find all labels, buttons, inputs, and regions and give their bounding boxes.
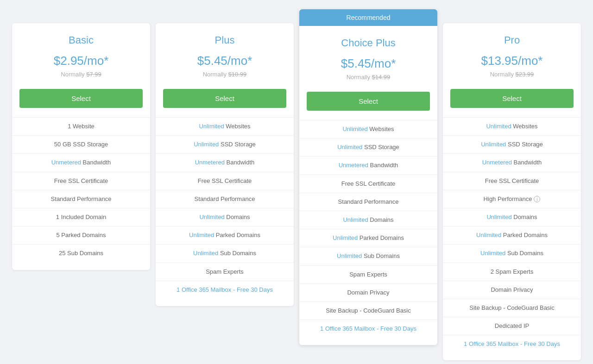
- feature-item: Unlimited Sub Domains: [299, 247, 437, 265]
- plan-header-basic: Basic$2.95/mo*Normally $7.99: [12, 23, 150, 89]
- feature-item: Unlimited SSD Storage: [299, 138, 437, 156]
- feature-item: Unlimited Websites: [299, 120, 437, 138]
- feature-item: Domain Privacy: [299, 283, 437, 301]
- plan-price-plus: $5.45/mo*: [163, 54, 286, 68]
- feature-item: Unlimited Domains: [443, 208, 581, 226]
- feature-item: 1 Office 365 Mailbox - Free 30 Days: [443, 335, 581, 353]
- pricing-section: Basic$2.95/mo*Normally $7.99Select1 Webs…: [9, 9, 584, 360]
- feature-item: Dedicated IP: [443, 317, 581, 335]
- feature-item: 1 Office 365 Mailbox - Free 30 Days: [299, 320, 437, 338]
- highlight-unlimited: Unlimited: [199, 213, 224, 220]
- plan-normal-price-plus: Normally $10.99: [163, 71, 286, 78]
- plan-name-choice-plus: Choice Plus: [307, 37, 430, 49]
- feature-item: Unlimited Websites: [443, 117, 581, 135]
- feature-item: Unlimited SSD Storage: [443, 135, 581, 153]
- office365-link[interactable]: 1 Office 365 Mailbox - Free 30 Days: [320, 325, 416, 332]
- plan-card-plus: Plus$5.45/mo*Normally $10.99SelectUnlimi…: [156, 23, 294, 306]
- highlight-unlimited: Unlimited: [333, 234, 358, 241]
- feature-item: Unlimited Parked Domains: [299, 229, 437, 247]
- plan-header-choice-plus: Choice Plus$5.45/mo*Normally $14.99: [299, 26, 437, 92]
- plan-card-pro: Pro$13.95/mo*Normally $23.99SelectUnlimi…: [443, 23, 581, 360]
- feature-list-plus: Unlimited WebsitesUnlimited SSD StorageU…: [156, 117, 294, 299]
- highlight-unmetered: Unmetered: [482, 159, 512, 166]
- feature-item: 1 Office 365 Mailbox - Free 30 Days: [156, 281, 294, 299]
- plan-header-pro: Pro$13.95/mo*Normally $23.99: [443, 23, 581, 89]
- feature-item: Unmetered Bandwidth: [443, 153, 581, 171]
- feature-item: Free SSL Certificate: [12, 172, 150, 190]
- feature-item: 1 Website: [12, 117, 150, 135]
- feature-item: 50 GB SSD Storage: [12, 135, 150, 153]
- highlight-unlimited: Unlimited: [480, 250, 505, 257]
- highlight-unlimited: Unlimited: [189, 232, 214, 238]
- feature-item: Unlimited Websites: [156, 117, 294, 135]
- feature-item: Standard Performance: [12, 190, 150, 208]
- plan-name-basic: Basic: [19, 34, 143, 46]
- highlight-unlimited: Unlimited: [476, 232, 501, 238]
- feature-item: Domain Privacy: [443, 281, 581, 299]
- recommended-badge: Recommended: [299, 9, 437, 26]
- highlight-unlimited: Unlimited: [194, 141, 219, 148]
- feature-item: Standard Performance: [299, 193, 437, 211]
- info-icon[interactable]: i: [534, 196, 540, 202]
- plan-price-pro: $13.95/mo*: [450, 54, 574, 68]
- highlight-unlimited: Unlimited: [486, 213, 511, 220]
- highlight-unlimited: Unlimited: [486, 123, 511, 130]
- highlight-unmetered: Unmetered: [51, 159, 81, 166]
- feature-list-pro: Unlimited WebsitesUnlimited SSD StorageU…: [443, 117, 581, 353]
- feature-item: 5 Parked Domains: [12, 226, 150, 244]
- office365-link[interactable]: 1 Office 365 Mailbox - Free 30 Days: [464, 340, 560, 347]
- feature-item: Unlimited Domains: [299, 211, 437, 229]
- highlight-unmetered: Unmetered: [195, 159, 225, 166]
- feature-item: Unmetered Bandwidth: [12, 153, 150, 171]
- office365-link[interactable]: 1 Office 365 Mailbox - Free 30 Days: [177, 286, 273, 293]
- highlight-unlimited: Unlimited: [342, 126, 367, 132]
- select-button-pro[interactable]: Select: [450, 89, 574, 108]
- plan-price-choice-plus: $5.45/mo*: [307, 56, 430, 71]
- feature-item: Spam Experts: [299, 265, 437, 283]
- select-button-choice-plus[interactable]: Select: [307, 92, 430, 111]
- feature-item: Standard Performance: [156, 190, 294, 208]
- highlight-unmetered: Unmetered: [339, 162, 368, 169]
- plan-card-choice-plus: RecommendedChoice Plus$5.45/mo*Normally …: [299, 9, 437, 345]
- plan-name-pro: Pro: [450, 34, 574, 46]
- plan-normal-price-choice-plus: Normally $14.99: [307, 74, 430, 81]
- feature-item: Unlimited SSD Storage: [156, 135, 294, 153]
- plan-price-basic: $2.95/mo*: [19, 54, 143, 68]
- feature-item: Site Backup - CodeGuard Basic: [299, 301, 437, 320]
- feature-list-basic: 1 Website50 GB SSD StorageUnmetered Band…: [12, 117, 150, 263]
- feature-list-choice-plus: Unlimited WebsitesUnlimited SSD StorageU…: [299, 120, 437, 338]
- plan-normal-price-basic: Normally $7.99: [19, 71, 143, 78]
- feature-item: Unlimited Parked Domains: [156, 226, 294, 244]
- feature-item: Unlimited Parked Domains: [443, 226, 581, 244]
- feature-item: Spam Experts: [156, 263, 294, 281]
- plan-name-plus: Plus: [163, 34, 286, 46]
- select-button-plus[interactable]: Select: [163, 89, 286, 108]
- feature-item: 25 Sub Domains: [12, 244, 150, 262]
- feature-item: Unlimited Sub Domains: [156, 244, 294, 262]
- feature-item: Unlimited Domains: [156, 208, 294, 226]
- plan-normal-price-pro: Normally $23.99: [450, 71, 574, 78]
- plan-card-basic: Basic$2.95/mo*Normally $7.99Select1 Webs…: [12, 23, 150, 270]
- feature-item: Unmetered Bandwidth: [299, 156, 437, 174]
- feature-item: 2 Spam Experts: [443, 263, 581, 281]
- highlight-unlimited: Unlimited: [481, 141, 506, 148]
- feature-item: 1 Included Domain: [12, 208, 150, 226]
- highlight-unlimited: Unlimited: [193, 250, 218, 257]
- highlight-unlimited: Unlimited: [337, 252, 362, 259]
- highlight-unlimited: Unlimited: [199, 123, 224, 130]
- feature-item: Free SSL Certificate: [443, 172, 581, 190]
- feature-item: Free SSL Certificate: [156, 172, 294, 190]
- feature-item: High Performancei: [443, 190, 581, 208]
- feature-item: Unlimited Sub Domains: [443, 244, 581, 262]
- feature-item: Site Backup - CodeGuard Basic: [443, 299, 581, 317]
- feature-item: Free SSL Certificate: [299, 175, 437, 193]
- highlight-unlimited: Unlimited: [343, 216, 368, 223]
- feature-item: Unmetered Bandwidth: [156, 153, 294, 171]
- select-button-basic[interactable]: Select: [19, 89, 143, 108]
- plan-header-plus: Plus$5.45/mo*Normally $10.99: [156, 23, 294, 89]
- highlight-unlimited: Unlimited: [337, 144, 362, 151]
